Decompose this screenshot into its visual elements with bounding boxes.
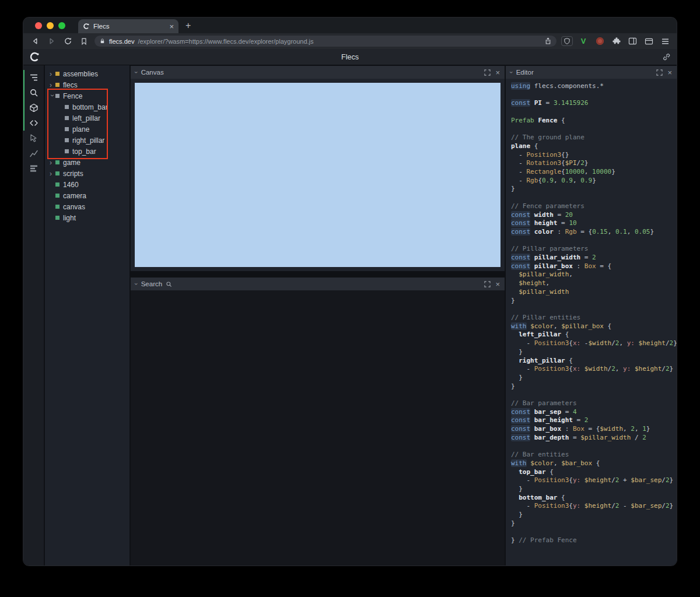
reload-button[interactable] bbox=[62, 36, 74, 47]
extensions-puzzle-icon[interactable] bbox=[610, 36, 622, 47]
close-panel-icon[interactable]: × bbox=[667, 69, 672, 76]
code-editor[interactable]: using flecs.components.* const PI = 3.14… bbox=[506, 79, 677, 566]
entity-color-square-icon bbox=[65, 105, 69, 109]
permalink-icon[interactable] bbox=[662, 52, 671, 61]
code-line: // The ground plane bbox=[511, 134, 677, 142]
extension-red-icon[interactable] bbox=[594, 36, 606, 47]
close-window-button[interactable] bbox=[35, 22, 42, 29]
memory-rows-icon[interactable] bbox=[23, 161, 44, 176]
url-domain: flecs.dev bbox=[109, 38, 134, 45]
panel-chevron-icon[interactable]: › bbox=[508, 71, 515, 73]
entity-color-square-icon bbox=[55, 171, 60, 175]
inspect-cursor-icon[interactable] bbox=[23, 131, 44, 146]
brave-shield-button[interactable] bbox=[561, 36, 573, 46]
code-line: - Position3{y: $height/2 - $bar_sep/2} bbox=[511, 502, 677, 511]
tree-item-game[interactable]: ›game bbox=[45, 157, 130, 168]
editor-panel: › Editor × using flecs.components.* cons… bbox=[506, 66, 677, 566]
code-line: right_pillar { bbox=[511, 357, 677, 366]
back-button[interactable] bbox=[29, 36, 41, 47]
code-line: // Pillar entities bbox=[511, 314, 677, 322]
canvas-panel-body bbox=[131, 79, 505, 271]
tree-item-scripts[interactable]: ›scripts bbox=[45, 168, 130, 179]
chevron-collapsed-icon[interactable]: › bbox=[50, 159, 55, 167]
expand-panel-icon[interactable] bbox=[484, 281, 491, 287]
code-line: Prefab Fence { bbox=[511, 117, 677, 125]
code-line: with $color, $bar_box { bbox=[511, 459, 677, 468]
tree-item-plane[interactable]: plane bbox=[45, 124, 130, 135]
tab-close-icon[interactable]: × bbox=[169, 23, 174, 30]
tree-item-bottom_bar[interactable]: bottom_bar bbox=[45, 101, 130, 113]
share-icon[interactable] bbox=[544, 37, 552, 45]
left-icon-strip bbox=[23, 65, 44, 566]
code-editor-icon[interactable] bbox=[23, 115, 44, 131]
chevron-collapsed-icon[interactable]: › bbox=[50, 81, 55, 89]
code-line bbox=[511, 443, 677, 451]
search-icon[interactable] bbox=[23, 85, 44, 100]
expand-panel-icon[interactable] bbox=[656, 69, 663, 76]
tree-item-label: camera bbox=[63, 192, 86, 200]
tree-item-assemblies[interactable]: ›assemblies bbox=[45, 68, 130, 79]
menu-hamburger-icon[interactable] bbox=[659, 36, 671, 47]
code-line: } bbox=[511, 185, 677, 194]
tree-item-right_pillar[interactable]: right_pillar bbox=[45, 135, 130, 146]
editor-panel-title: Editor bbox=[516, 69, 534, 76]
stats-chart-icon[interactable] bbox=[23, 146, 44, 161]
code-line: - Rectangle{10000, 10000} bbox=[511, 168, 677, 177]
code-line: } bbox=[511, 374, 677, 382]
forward-button[interactable] bbox=[46, 36, 57, 47]
browser-tab[interactable]: Flecs × bbox=[78, 19, 178, 33]
chevron-expanded-icon[interactable]: › bbox=[48, 94, 57, 100]
code-line: const bar_sep = 4 bbox=[511, 408, 677, 417]
new-tab-button[interactable]: + bbox=[186, 20, 191, 31]
address-bar[interactable]: flecs.dev /explorer/?wasm=https://www.fl… bbox=[94, 36, 556, 47]
panel-chevron-icon[interactable]: › bbox=[133, 283, 140, 285]
tree-item-top_bar[interactable]: top_bar bbox=[45, 146, 130, 157]
chevron-collapsed-icon[interactable]: › bbox=[50, 70, 55, 78]
sidebar-toggle-icon[interactable] bbox=[626, 36, 638, 47]
canvas-panel-title: Canvas bbox=[141, 69, 164, 76]
minimize-window-button[interactable] bbox=[47, 22, 54, 29]
code-line: - Position3{y: $height/2 + $bar_sep/2} bbox=[511, 476, 677, 485]
wallet-card-icon[interactable] bbox=[643, 36, 654, 47]
code-line: $pillar_width bbox=[511, 288, 677, 297]
traffic-lights bbox=[23, 22, 74, 29]
tree-item-label: scripts bbox=[63, 170, 83, 178]
tree-item-label: game bbox=[63, 159, 80, 167]
app-header: Flecs bbox=[23, 49, 677, 65]
entity-tree: ›assemblies›flecs›Fencebottom_barleft_pi… bbox=[45, 68, 130, 223]
canvas-viewport[interactable] bbox=[135, 83, 501, 267]
search-panel: › Search × bbox=[131, 278, 505, 566]
canvas-cube-icon[interactable] bbox=[23, 100, 44, 115]
tree-item-Fence[interactable]: ›Fence bbox=[45, 90, 130, 101]
code-line: // Pillar parameters bbox=[511, 245, 677, 254]
tree-item-light[interactable]: light bbox=[45, 212, 130, 223]
code-line: } bbox=[511, 348, 677, 357]
flecs-favicon-icon bbox=[83, 23, 90, 30]
expand-panel-icon[interactable] bbox=[484, 69, 491, 76]
tree-item-flecs[interactable]: ›flecs bbox=[45, 79, 130, 90]
zoom-window-button[interactable] bbox=[58, 22, 65, 29]
tree-item-1460[interactable]: 1460 bbox=[45, 179, 130, 190]
tab-title: Flecs bbox=[93, 23, 109, 30]
search-icon bbox=[166, 281, 172, 287]
close-panel-icon[interactable]: × bbox=[495, 69, 500, 76]
tree-item-camera[interactable]: camera bbox=[45, 190, 130, 201]
bookmark-icon[interactable] bbox=[78, 36, 90, 47]
editor-panel-header: › Editor × bbox=[506, 66, 677, 79]
close-panel-icon[interactable]: × bbox=[495, 280, 500, 288]
code-line bbox=[511, 108, 677, 117]
flecs-logo-icon[interactable] bbox=[29, 51, 40, 62]
code-line: } bbox=[511, 297, 677, 305]
panel-chevron-icon[interactable]: › bbox=[133, 71, 140, 73]
search-panel-body[interactable] bbox=[131, 290, 505, 566]
tree-item-left_pillar[interactable]: left_pillar bbox=[45, 113, 130, 124]
app-body: ›assemblies›flecs›Fencebottom_barleft_pi… bbox=[23, 65, 677, 566]
tree-item-canvas[interactable]: canvas bbox=[45, 201, 130, 212]
code-lines: using flecs.components.* const PI = 3.14… bbox=[511, 82, 677, 545]
entity-tree-panel: ›assemblies›flecs›Fencebottom_barleft_pi… bbox=[45, 65, 130, 566]
entity-tree-icon[interactable] bbox=[23, 70, 44, 85]
code-line: } bbox=[511, 485, 677, 494]
chevron-collapsed-icon[interactable]: › bbox=[50, 170, 55, 178]
code-line: // Fence parameters bbox=[511, 202, 677, 211]
extension-v-icon[interactable]: V bbox=[578, 36, 589, 47]
